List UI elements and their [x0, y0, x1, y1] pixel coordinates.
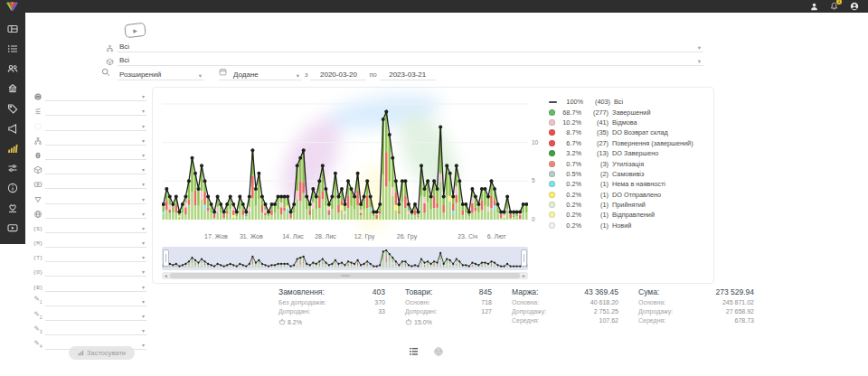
x-axis-label: 28. Лис	[315, 233, 336, 240]
filter-row-banknote[interactable]: ▾	[25, 176, 152, 191]
scroll-right-arrow-icon[interactable]: ▸	[520, 272, 528, 279]
rail-item-dashboard[interactable]	[6, 24, 19, 34]
rail-item-statistics-active[interactable]	[6, 143, 19, 154]
filter-dropdown[interactable]: ▾	[45, 281, 146, 292]
filter-row-var-t[interactable]: {T} ▾	[25, 249, 152, 264]
filter-dropdown[interactable]: ▾	[45, 310, 146, 321]
legend-item[interactable]: 0.2%(1)Новий	[549, 221, 693, 230]
filter-row-funnel[interactable]: ▾	[25, 191, 152, 205]
rail-item-partners[interactable]	[6, 202, 19, 213]
filter-dropdown[interactable]: ▾	[45, 324, 146, 335]
legend-color-dot	[549, 171, 555, 177]
filter-dropdown[interactable]: ▾	[45, 105, 146, 116]
scroll-left-arrow-icon[interactable]: ◂	[162, 272, 170, 279]
filter-row-var-b[interactable]: {B} ▾	[25, 278, 152, 293]
var-o-icon: {O}	[31, 269, 45, 277]
minimap-left-handle[interactable]	[163, 249, 169, 267]
legend-item[interactable]: 100%(403)Всі	[549, 97, 693, 107]
list-view-icon[interactable]	[409, 347, 419, 356]
filter-dropdown[interactable]: ▾	[45, 164, 146, 174]
stat-sub-row: Допродані:33	[278, 308, 385, 317]
product-filter[interactable]: Всі▾	[101, 53, 703, 66]
hierarchy-icon	[101, 44, 118, 52]
notifications-bell-icon[interactable]: 1	[830, 2, 838, 11]
filter-dropdown[interactable]: ▾	[45, 266, 146, 277]
search-icon[interactable]	[101, 64, 118, 80]
chevron-down-icon: ▾	[142, 182, 145, 188]
filter-row-pencil-1[interactable]: ✎1 ▾	[25, 294, 152, 308]
package-view-icon[interactable]	[434, 347, 443, 356]
account-icon[interactable]	[850, 2, 859, 11]
rail-item-settings[interactable]	[6, 163, 19, 174]
filter-dropdown[interactable]: ▾	[45, 222, 146, 233]
brand-logo-icon[interactable]	[6, 1, 18, 12]
legend-item[interactable]: 0.2%(1)Відправлений	[549, 210, 693, 220]
y-axis-tick: 0	[532, 216, 546, 222]
filter-dropdown[interactable]: ▾	[45, 208, 146, 219]
search-row: Розширений ▾ Додане ▾ з 2020-03-20 по 20…	[101, 67, 436, 80]
chevron-down-icon: ▾	[142, 343, 145, 349]
filter-row-rules[interactable]: ▾	[25, 103, 152, 118]
filter-row-var-s[interactable]: {S} ▾	[25, 221, 152, 235]
filter-row-pencil-2[interactable]: ✎2 ▾	[25, 308, 152, 323]
legend-item[interactable]: 0.7%(3)Утилізація	[549, 158, 693, 168]
chevron-down-icon: ▾	[142, 138, 145, 145]
legend-item[interactable]: 68.7%(277)Завершений	[549, 107, 693, 117]
fingerprint-icon	[31, 151, 45, 160]
chevron-down-icon: ▾	[142, 226, 145, 232]
rail-item-video-guide[interactable]	[6, 222, 19, 233]
help-video-bubble-icon[interactable]: ▶	[124, 23, 146, 38]
filter-row-pencil-3[interactable]: ✎3 ▾	[25, 323, 152, 337]
filter-dropdown[interactable]: ▾	[45, 237, 146, 248]
legend-item[interactable]: 3.2%(13)DO Завершено	[549, 148, 693, 158]
filter-row-var-m[interactable]: {M} ▾	[25, 235, 152, 249]
rail-item-promotions[interactable]	[6, 103, 19, 114]
legend-color-dot	[549, 109, 555, 116]
filter-row-var-o[interactable]: {O} ▾	[25, 264, 152, 278]
legend-item[interactable]: 8.7%(35)DO Возврат склад	[549, 127, 693, 137]
chart-scrollbar[interactable]: ◂ ▸	[162, 272, 528, 279]
stat-sub-row: Основна:245 871.02	[638, 299, 754, 308]
scrollbar-thumb[interactable]	[170, 273, 520, 278]
filter-dropdown[interactable]: ▾	[45, 296, 146, 306]
profile-icon[interactable]	[810, 3, 818, 11]
filter-row-globe[interactable]: ▾	[25, 206, 152, 221]
legend-item[interactable]: 0.2%(1)Прийнятий	[549, 200, 693, 210]
rail-item-campaigns[interactable]	[6, 123, 19, 134]
pencil-2-icon: ✎2	[31, 311, 45, 322]
chevron-down-icon: ▾	[142, 94, 145, 100]
legend-item[interactable]: 0.2%(1)Нема в наявності	[549, 179, 693, 189]
filter-row-pencil-4[interactable]: ✎4 ▾	[25, 337, 152, 352]
rail-item-info[interactable]	[6, 183, 19, 193]
filter-row-help-circle[interactable]: ▾	[25, 118, 152, 132]
legend-item[interactable]: 6.7%(27)Повернення (завершений)	[549, 138, 693, 148]
legend-item[interactable]: 0.5%(2)Самовивіз	[549, 169, 693, 179]
y-axis-tick: 5	[532, 177, 546, 183]
rail-item-orders[interactable]	[6, 43, 19, 54]
minimap-right-handle[interactable]	[521, 249, 527, 267]
rail-item-users[interactable]	[6, 63, 19, 74]
chevron-down-icon: ▾	[142, 108, 145, 115]
filter-dropdown[interactable]: ▾	[45, 178, 146, 189]
filter-dropdown[interactable]: ▾	[45, 149, 146, 160]
var-t-icon: {T}	[31, 255, 45, 262]
filter-row-globe-dark[interactable]: ▾	[25, 89, 152, 103]
date-from-input[interactable]: 2020-03-20	[310, 68, 366, 80]
filter-dropdown[interactable]: ▾	[45, 339, 146, 350]
filter-dropdown[interactable]: ▾	[45, 251, 146, 262]
legend-item[interactable]: 0.2%(1)DO Отправлено	[549, 190, 693, 200]
stat-column: Товари:845Основні:718Допродані:12715.0%	[405, 287, 492, 326]
date-to-input[interactable]: 2023-03-21	[380, 68, 436, 80]
filter-row-fingerprint[interactable]: ▾	[25, 147, 152, 162]
category-filter[interactable]: Всі▾	[101, 40, 703, 52]
filter-dropdown[interactable]: ▾	[45, 90, 146, 101]
filter-dropdown[interactable]: ▾	[45, 135, 146, 146]
legend-item[interactable]: 10.2%(41)Відмова	[549, 118, 693, 127]
date-field-select[interactable]: Додане ▾	[219, 68, 302, 80]
filter-row-package[interactable]: ▾	[25, 162, 152, 176]
rail-item-store[interactable]	[6, 83, 19, 94]
search-mode-select[interactable]: Розширений ▾	[118, 68, 204, 80]
filter-row-hierarchy[interactable]: ▾	[25, 133, 152, 147]
filter-dropdown[interactable]: ▾	[45, 120, 146, 131]
filter-dropdown[interactable]: ▾	[45, 193, 146, 204]
